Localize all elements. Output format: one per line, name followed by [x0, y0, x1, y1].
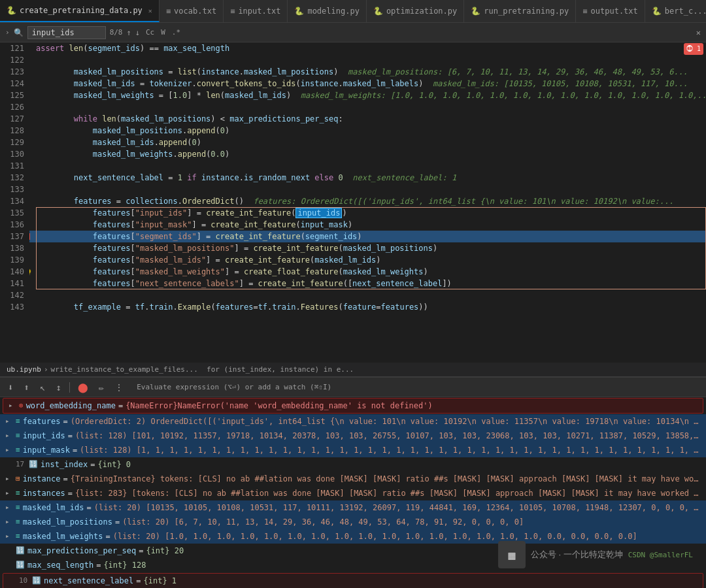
var-name: word_embedding_name	[26, 400, 116, 412]
tab-bert[interactable]: 🐍 bert_c...	[645, 0, 706, 22]
expand-icon: ▸	[5, 473, 13, 485]
list-icon: ≡	[16, 531, 20, 542]
code-line-127: while len(masked_lm_positions) < max_pre…	[29, 113, 706, 125]
error-badge-121: ⓵ 1	[684, 43, 703, 55]
code-line-135: features["input_ids"] = create_int_featu…	[29, 207, 706, 219]
debug-item-features[interactable]: ▸ ≡ features = (OrderedDict: 2) OrderedD…	[0, 414, 706, 429]
line-num-132: 132	[0, 172, 24, 184]
code-line-139: features["masked_lm_ids"] = create_int_f…	[29, 254, 706, 266]
debug-step-over-button[interactable]: ↖	[37, 381, 48, 394]
var-name: input_ids	[23, 430, 65, 442]
var-name: masked_lm_positions	[23, 516, 112, 528]
debug-step-into-button[interactable]: ⬇	[5, 381, 16, 394]
equals-sign: =	[87, 502, 92, 514]
breadcrumb-filename: ub.ipynb	[7, 365, 41, 374]
line-num-122: 122	[0, 54, 24, 66]
debug-step-out-button[interactable]: ⬆	[21, 381, 31, 394]
code-line-125: masked_lm_weights = [1.0] * len(masked_l…	[29, 90, 706, 101]
tab-txt-icon: ≡	[582, 7, 587, 16]
tab-py-icon: 🐍	[471, 7, 480, 16]
debug-item-inst-index[interactable]: 17 🔢 inst_index = {int} 0	[0, 457, 706, 472]
equals-sign: =	[96, 559, 101, 571]
debug-item-instance[interactable]: ▸ ⊞ instance = {TrainingInstance} tokens…	[0, 472, 706, 486]
tab-run-pretraining[interactable]: 🐍 run_pretraining.py	[464, 0, 576, 22]
code-content-area[interactable]: assert len(segment_ids) == max_seq_lengt…	[29, 42, 706, 363]
tab-label: run_pretraining.py	[484, 7, 569, 16]
watermark-csdn-label: CSDN @SmallerFL	[628, 551, 693, 559]
equals-sign: =	[139, 545, 143, 557]
debug-more-button[interactable]: ⋮	[112, 381, 126, 394]
whole-word-option[interactable]: W	[159, 27, 167, 37]
debug-toolbar: ⬇ ⬆ ↖ ↕ ⬤ ✏ ⋮ Evaluate expression (⌥⏎) o…	[0, 378, 706, 397]
toolbar-separator	[69, 382, 70, 393]
tab-input[interactable]: ≡ input.txt	[224, 0, 288, 22]
var-value: (list: 128) [1, 1, 1, 1, 1, 1, 1, 1, 1, …	[80, 444, 701, 456]
tab-close-icon[interactable]: ✕	[148, 7, 152, 14]
debug-item-input-mask[interactable]: ▸ ≡ input_mask = (list: 128) [1, 1, 1, 1…	[0, 443, 706, 457]
code-line-140: 💡 features["masked_lm_weights"] = create…	[29, 266, 706, 278]
code-line-123: masked_lm_positions = list(instance.mask…	[29, 66, 706, 78]
debug-item-masked-lm-positions[interactable]: ▸ ≡ masked_lm_positions = (list: 20) [6,…	[0, 515, 706, 529]
debug-continue-button[interactable]: ↕	[53, 381, 63, 394]
tab-create-pretraining[interactable]: 🐍 create_pretraining_data.py ✕	[0, 0, 160, 22]
debug-item-masked-lm-ids[interactable]: ▸ ≡ masked_lm_ids = (list: 20) [10135, 1…	[0, 500, 706, 515]
search-count: 8/8	[110, 28, 123, 37]
tab-output[interactable]: ≡ output.txt	[576, 0, 645, 22]
equals-sign: =	[90, 459, 95, 470]
debug-item-next-sentence-label[interactable]: 10 🔢 next_sentence_label = {int} 1	[3, 573, 703, 588]
debug-item-word-embedding-name[interactable]: ▸ ⊗ word_embedding_name = {NameError}Nam…	[3, 398, 703, 414]
line-num-137: 137	[0, 231, 24, 242]
code-line-124: masked_lm_ids = tokenizer.convert_tokens…	[29, 78, 706, 90]
int-icon: 🔢	[16, 545, 25, 557]
int-icon: 🔢	[29, 459, 38, 470]
debug-stop-button[interactable]: ⬤	[75, 381, 91, 394]
search-input[interactable]	[27, 26, 106, 39]
tab-modeling[interactable]: 🐍 modeling.py	[288, 0, 366, 22]
search-close-button[interactable]: ✕	[696, 28, 701, 37]
code-line-133	[29, 184, 706, 195]
breadcrumb-bar: ub.ipynb › write_instance_to_example_fil…	[0, 363, 706, 377]
line-num-131: 131	[0, 160, 24, 172]
tab-vocab[interactable]: ≡ vocab.txt	[160, 0, 224, 22]
equals-sign: =	[63, 416, 67, 427]
regex-option[interactable]: .*	[170, 27, 182, 37]
tab-py-icon: 🐍	[7, 6, 16, 15]
var-value: {TrainingInstance} tokens: [CLS] no ab #…	[71, 473, 701, 485]
expand-icon: ▸	[5, 487, 13, 499]
line-num-138: 138	[0, 242, 24, 254]
search-icon: 🔍	[14, 28, 24, 37]
equals-sign: =	[68, 430, 73, 442]
var-value: (list: 20) [6, 7, 10, 11, 13, 14, 29, 36…	[122, 516, 701, 528]
line-num-124: 124	[0, 78, 24, 90]
var-name: input_mask	[23, 444, 70, 456]
equals-sign: =	[118, 400, 123, 412]
tab-optimization[interactable]: 🐍 optimization.py	[367, 0, 464, 22]
equals-sign: =	[136, 575, 141, 587]
code-line-132: next_sentence_label = 1 if instance.is_r…	[29, 172, 706, 184]
debug-item-input-ids[interactable]: ▸ ≡ input_ids = (list: 128) [101, 10192,…	[0, 429, 706, 443]
equals-sign: =	[63, 473, 67, 485]
expand-icon: ▸	[5, 430, 13, 442]
var-name: inst_index	[41, 459, 88, 470]
expand-icon: ▸	[5, 531, 13, 542]
list-icon: ≡	[16, 502, 20, 514]
line-num-139: 139	[0, 254, 24, 266]
equals-sign: =	[73, 444, 77, 456]
line-num-135: 135	[0, 207, 24, 219]
tab-label: bert_c...	[665, 7, 706, 16]
case-sensitive-option[interactable]: Cc	[144, 27, 156, 37]
expand-icon: ▸	[8, 400, 16, 412]
search-next-button[interactable]: ↓	[135, 28, 140, 37]
code-line-129: masked_lm_ids.append(0)	[29, 137, 706, 148]
debug-edit-button[interactable]: ✏	[96, 381, 107, 394]
line-num-136: 136	[0, 219, 24, 231]
line-num-134: 134	[0, 195, 24, 207]
collapse-button[interactable]: ›	[5, 28, 10, 37]
tab-txt-icon: ≡	[230, 7, 235, 16]
debug-item-instances[interactable]: ▸ ≡ instances = {list: 283} [tokens: [CL…	[0, 486, 706, 500]
search-prev-button[interactable]: ↑	[127, 28, 131, 37]
tab-label: modeling.py	[307, 7, 359, 16]
line-num-129: 129	[0, 137, 24, 148]
watermark: ▦ 公众号 · 一个比特定乾坤 CSDN @SmallerFL	[498, 541, 693, 568]
var-name: max_seq_length	[27, 559, 93, 571]
